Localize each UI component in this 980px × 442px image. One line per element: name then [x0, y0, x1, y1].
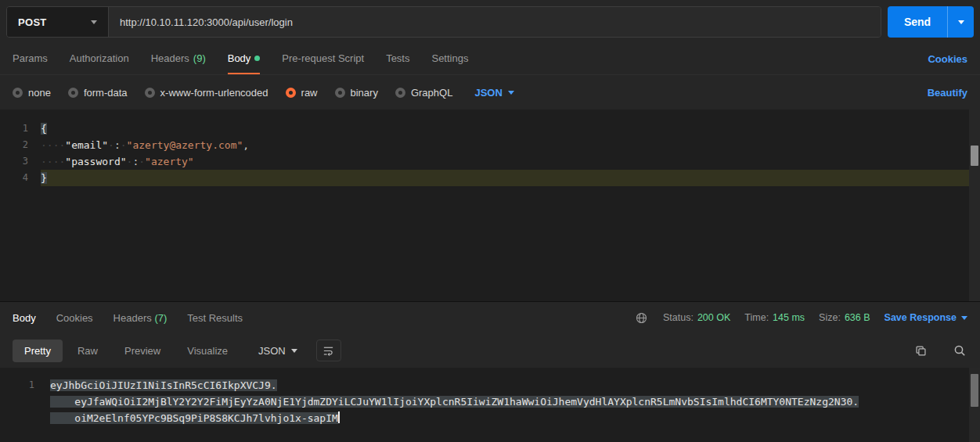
cookies-link[interactable]: Cookies — [928, 44, 967, 74]
tab-label: Test Results — [187, 312, 243, 324]
radio-raw[interactable]: raw — [286, 87, 318, 99]
response-section: Body Cookies Headers (7) Test Results St… — [0, 301, 980, 442]
response-tab-test-results[interactable]: Test Results — [187, 312, 243, 324]
copy-icon — [915, 345, 927, 357]
selected-text: eyJhbGciOiJIUzI1NiIsInR5cCI6IkpXVCJ9. — [50, 379, 277, 391]
copy-response-button[interactable] — [913, 343, 928, 358]
radio-form-data[interactable]: form-data — [68, 87, 128, 99]
radio-label: x-www-form-urlencoded — [160, 87, 268, 99]
tab-headers[interactable]: Headers (9) — [151, 44, 206, 74]
jwt-signature-line: oiM2eElnf05YPc9BSq9PiP8S8KCJh7lvhjo1x-sa… — [50, 410, 980, 426]
selected-text: oiM2eElnf05YPc9BSq9PiP8S8KCJh7lvhjo1x-sa… — [50, 412, 338, 424]
tab-settings[interactable]: Settings — [431, 44, 468, 74]
radio-none[interactable]: none — [13, 87, 51, 99]
response-tab-headers[interactable]: Headers (7) — [113, 312, 168, 324]
unsaved-changes-dot-icon — [254, 56, 260, 61]
search-response-button[interactable] — [952, 343, 967, 358]
response-tab-cookies[interactable]: Cookies — [56, 312, 93, 324]
send-options-button[interactable] — [947, 6, 974, 38]
request-bar: POST Send — [0, 0, 980, 44]
editor-line: 3 ····"password"·:·"azerty" — [0, 153, 980, 170]
text-cursor — [338, 411, 340, 423]
line-number: 4 — [0, 170, 41, 186]
url-input[interactable] — [109, 7, 881, 37]
radio-label: raw — [301, 87, 318, 99]
open-brace-token: { — [41, 123, 47, 135]
method-select[interactable]: POST — [7, 7, 109, 37]
wrap-line-button[interactable] — [316, 340, 341, 361]
language-label: JSON — [258, 345, 286, 357]
tab-label: Pre-request Script — [282, 52, 364, 64]
view-raw-button[interactable]: Raw — [66, 340, 110, 362]
code-line: ····"password"·:·"azerty" — [41, 153, 980, 170]
radio-icon — [335, 88, 345, 98]
language-label: JSON — [474, 87, 502, 99]
size-value: 636 B — [845, 312, 870, 323]
time-label: Time: — [744, 312, 769, 323]
json-string-token: "azerty@azerty.com" — [127, 139, 243, 151]
response-tab-body[interactable]: Body — [13, 312, 36, 324]
response-toolbar: Pretty Raw Preview Visualize JSON — [0, 333, 980, 368]
indent-whitespace: ···· — [41, 156, 65, 167]
line-number: 3 — [0, 153, 41, 170]
tab-tests[interactable]: Tests — [386, 44, 409, 74]
chevron-down-icon — [508, 91, 514, 95]
jwt-header-line: eyJhbGciOiJIUzI1NiIsInR5cCI6IkpXVCJ9. — [50, 377, 980, 393]
body-language-select[interactable]: JSON — [474, 87, 513, 99]
editor-line: 1 { — [0, 120, 980, 137]
size-indicator: Size: 636 B — [819, 312, 870, 323]
response-scrollbar[interactable] — [969, 368, 980, 442]
view-visualize-button[interactable]: Visualize — [175, 340, 240, 362]
tab-body[interactable]: Body — [228, 44, 261, 74]
headers-count-badge: (9) — [193, 52, 206, 64]
radio-label: binary — [351, 87, 378, 99]
radio-x-www-form-urlencoded[interactable]: x-www-form-urlencoded — [145, 87, 268, 99]
json-key-token: "password" — [65, 156, 126, 167]
send-button[interactable]: Send — [888, 6, 947, 38]
radio-binary[interactable]: binary — [335, 87, 378, 99]
request-tabs: Params Authorization Headers (9) Body Pr… — [0, 44, 980, 75]
view-pretty-button[interactable]: Pretty — [13, 340, 63, 362]
tab-label: Headers — [151, 52, 189, 64]
time-indicator: Time: 145 ms — [744, 312, 805, 323]
view-preview-button[interactable]: Preview — [113, 340, 172, 362]
line-number: 1 — [0, 120, 41, 137]
editor-scrollbar[interactable] — [969, 110, 980, 301]
radio-label: none — [28, 87, 51, 99]
code-line: } — [41, 170, 980, 186]
postman-app: POST Send Params Authorization Headers (… — [0, 0, 980, 442]
body-type-row: none form-data x-www-form-urlencoded raw… — [0, 75, 980, 110]
comma-token: , — [243, 139, 249, 151]
response-lines: eyJhbGciOiJIUzI1NiIsInR5cCI6IkpXVCJ9. ey… — [50, 377, 980, 426]
response-header: Body Cookies Headers (7) Test Results St… — [0, 302, 980, 333]
scrollbar-thumb[interactable] — [971, 374, 978, 407]
beautify-link[interactable]: Beautify — [928, 87, 967, 99]
radio-icon — [145, 88, 155, 98]
code-line: { — [41, 120, 980, 137]
tab-authorization[interactable]: Authorization — [70, 44, 129, 74]
tab-label: Settings — [431, 52, 468, 64]
status-label: Status: — [663, 312, 694, 323]
save-response-button[interactable]: Save Response — [885, 312, 967, 323]
response-headers-count-badge: (7) — [154, 312, 167, 324]
tab-label: Params — [13, 52, 48, 64]
size-label: Size: — [819, 312, 841, 323]
response-language-select[interactable]: JSON — [252, 340, 304, 361]
tab-label: Body — [228, 52, 251, 64]
scrollbar-thumb[interactable] — [971, 146, 978, 166]
tab-prerequest-script[interactable]: Pre-request Script — [282, 44, 364, 74]
editor-line-active: 4 } — [0, 170, 980, 186]
network-globe-icon[interactable] — [634, 311, 649, 325]
radio-graphql[interactable]: GraphQL — [395, 87, 452, 99]
radio-icon — [395, 88, 405, 98]
close-brace-token: } — [41, 172, 47, 184]
status-indicator: Status: 200 OK — [663, 312, 730, 323]
selected-text: eyJfaWQiOiI2MjBlY2Y2Y2FiMjEyYzA0NjE1Yjdm… — [50, 396, 859, 408]
tab-label: Body — [13, 312, 36, 324]
search-icon — [953, 344, 966, 357]
chevron-down-icon — [91, 20, 97, 24]
response-body-viewer[interactable]: 1 eyJhbGciOiJIUzI1NiIsInR5cCI6IkpXVCJ9. … — [0, 368, 980, 442]
request-body-editor[interactable]: 1 { 2 ····"email"·:·"azerty@azerty.com",… — [0, 110, 980, 301]
whitespace-dot: · — [121, 139, 127, 151]
tab-params[interactable]: Params — [13, 44, 48, 74]
